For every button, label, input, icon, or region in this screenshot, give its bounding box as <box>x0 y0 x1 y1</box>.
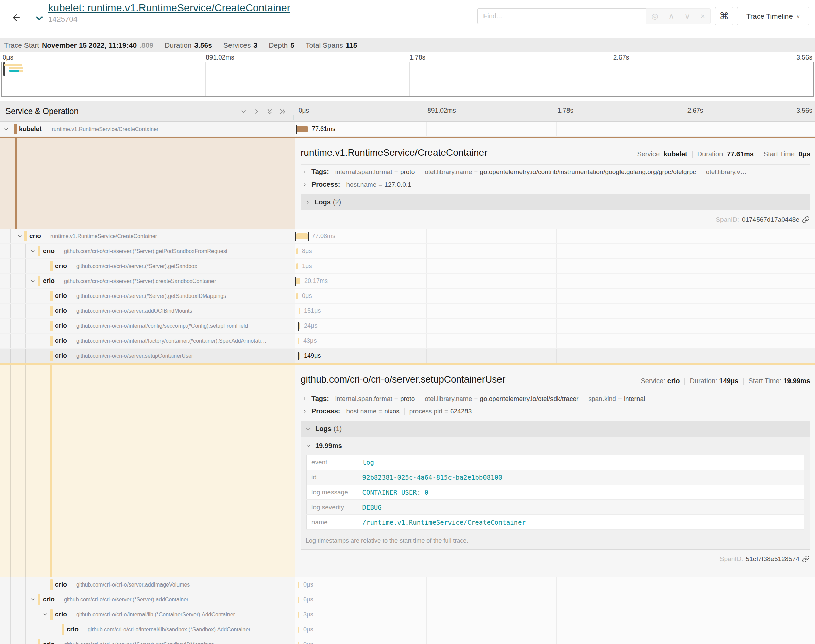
logs-label: Logs <box>315 425 331 433</box>
span-duration-bar[interactable] <box>299 353 300 359</box>
log-field-key: log.severity <box>307 500 358 515</box>
duration-value: 149μs <box>720 377 739 385</box>
find-clear-icon[interactable]: × <box>701 12 705 20</box>
link-icon[interactable] <box>802 555 810 563</box>
tag-value: proto <box>400 168 415 175</box>
span-expander-chevron-down-icon[interactable] <box>30 278 36 284</box>
trace-collapse-toggle[interactable] <box>33 12 46 25</box>
span-row[interactable]: criogithub.com/cri-o/cri-o/server.(*Serv… <box>0 244 815 259</box>
span-duration-bar[interactable] <box>298 338 299 344</box>
span-detail-title: runtime.v1.RuntimeService/CreateContaine… <box>300 147 487 158</box>
span-duration-bar[interactable] <box>298 582 299 588</box>
span-duration-bar[interactable] <box>298 627 299 633</box>
process-accordion[interactable]: Process: host.name=127.0.0.1 <box>300 177 810 190</box>
log-entry-accordion[interactable]: 19.99ms <box>301 437 810 453</box>
tags-accordion[interactable]: Tags: internal.span.format=protootel.lib… <box>300 164 810 177</box>
span-duration-label: 24μs <box>304 322 317 330</box>
span-row[interactable]: criogithub.com/cri-o/cri-o/internal/fact… <box>0 334 815 348</box>
span-duration-label: 77.08ms <box>312 233 335 240</box>
logs-body: 19.99ms eventlogid92b82381-025c-4a64-815… <box>300 437 810 550</box>
tag-item[interactable]: internal.span.format=proto <box>335 395 415 403</box>
expand-all-icon[interactable] <box>279 107 286 116</box>
equals-sign: = <box>378 408 382 415</box>
tag-item[interactable]: otel.library.name=go.opentelemetry.io/co… <box>425 168 696 176</box>
tag-key: internal.span.format <box>335 168 392 175</box>
span-duration-bar[interactable] <box>297 233 308 239</box>
find-input[interactable] <box>477 8 646 24</box>
span-expander-chevron-down-icon[interactable] <box>30 597 36 603</box>
span-duration-bar[interactable] <box>298 642 299 644</box>
panel-body: runtime.v1.RuntimeService/CreateContaine… <box>300 138 810 223</box>
find-next-icon[interactable]: ∨ <box>685 12 690 20</box>
chevron-right-icon <box>302 408 307 415</box>
view-selector-button[interactable]: Trace Timeline ∨ <box>737 7 809 25</box>
link-icon[interactable] <box>802 216 810 223</box>
logs-accordion[interactable]: Logs (2) <box>300 194 810 210</box>
span-row[interactable]: crioruntime.v1.RuntimeService/CreateCont… <box>0 229 815 244</box>
service-name: crio <box>43 641 55 644</box>
span-duration-bar[interactable] <box>298 597 299 603</box>
log-field-row: log.severityDEBUG <box>307 500 804 515</box>
span-duration-bar[interactable] <box>298 612 299 618</box>
tag-item[interactable]: otel.library.name=go.opentelemetry.io/ot… <box>425 395 578 403</box>
log-marker-tick <box>308 232 309 241</box>
tree-guide-line <box>25 637 26 644</box>
service-color-bar <box>38 594 40 605</box>
tag-item[interactable]: internal.span.format=proto <box>335 168 415 176</box>
start-time-label: Start Time: <box>748 377 781 385</box>
expand-one-icon[interactable] <box>253 107 260 116</box>
tag-item[interactable]: span.kind=internal <box>588 395 645 403</box>
process-list: host.name=nixosprocess.pid=624283 <box>346 408 472 415</box>
span-row[interactable]: kubeletruntime.v1.RuntimeService/CreateC… <box>0 122 815 137</box>
span-expander-chevron-down-icon[interactable] <box>30 248 36 254</box>
span-duration-bar[interactable] <box>297 293 298 299</box>
collapse-all-icon[interactable] <box>266 107 273 116</box>
span-expander-chevron-down-icon[interactable] <box>42 612 48 618</box>
tags-accordion[interactable]: Tags: internal.span.format=protootel.lib… <box>300 391 810 404</box>
span-row[interactable]: criogithub.com/cri-o/cri-o/server.(*Serv… <box>0 259 815 274</box>
trace-title-link[interactable]: kubelet: runtime.v1.RuntimeService/Creat… <box>48 2 290 14</box>
span-row[interactable]: criogithub.com/cri-o/cri-o/server.(*Serv… <box>0 274 815 289</box>
tag-item[interactable]: host.name=127.0.0.1 <box>346 181 411 189</box>
find-prev-icon[interactable]: ∧ <box>669 12 674 20</box>
span-expander-chevron-down-icon[interactable] <box>3 126 9 132</box>
tag-item[interactable]: process.pid=624283 <box>409 408 472 415</box>
trace-minimap[interactable] <box>2 62 813 97</box>
service-name: crio <box>55 352 67 359</box>
locate-icon[interactable]: ◎ <box>651 12 658 20</box>
span-row[interactable]: criogithub.com/cri-o/cri-o/internal/lib.… <box>0 607 815 622</box>
collapse-one-icon[interactable] <box>240 107 248 116</box>
span-row[interactable]: criogithub.com/cri-o/cri-o/server.setupC… <box>0 348 815 363</box>
tag-key: process.pid <box>409 408 442 415</box>
span-row[interactable]: criogithub.com/cri-o/cri-o/server.(*Serv… <box>0 289 815 304</box>
span-duration-bar[interactable] <box>297 126 308 132</box>
span-duration-bar[interactable] <box>297 263 298 269</box>
panel-body: github.com/cri-o/cri-o/server.setupConta… <box>300 365 810 563</box>
services-value: 3 <box>253 41 257 49</box>
logs-accordion[interactable]: Logs (1) <box>300 421 810 437</box>
span-row[interactable]: criogithub.com/cri-o/cri-o/server.addIma… <box>0 577 815 592</box>
back-button[interactable] <box>8 9 25 26</box>
process-accordion[interactable]: Process: host.name=nixosprocess.pid=6242… <box>300 404 810 417</box>
span-row[interactable]: criogithub.com/cri-o/cri-o/server.addOCI… <box>0 304 815 319</box>
operation-name: github.com/cri-o/cri-o/internal/config/s… <box>76 323 248 329</box>
duration-label: Duration: <box>697 150 725 158</box>
span-row[interactable]: criogithub.com/cri-o/cri-o/server.(*Serv… <box>0 592 815 607</box>
span-duration-bar[interactable] <box>299 308 300 314</box>
tree-guide-line <box>39 304 39 318</box>
span-duration-bar[interactable] <box>297 248 298 255</box>
tag-key: otel.library.name <box>425 168 472 175</box>
divider <box>404 408 404 415</box>
span-id-label: SpanID: <box>720 555 743 563</box>
span-row[interactable]: criogithub.com/cri-o/cri-o/internal/conf… <box>0 319 815 334</box>
tag-item[interactable]: host.name=nixos <box>346 408 400 415</box>
span-duration-bar[interactable] <box>297 278 300 284</box>
service-color-bar <box>25 231 27 241</box>
keyboard-shortcuts-button[interactable]: ⌘ <box>715 7 734 25</box>
minimap-tick-label: 1.78s <box>410 54 425 61</box>
tag-item[interactable]: otel.library.v… <box>706 168 747 176</box>
span-expander-chevron-down-icon[interactable] <box>17 233 23 239</box>
span-row[interactable]: criogithub.com/cri-o/cri-o/server.(*Serv… <box>0 637 815 644</box>
tag-key: internal.span.format <box>335 395 392 402</box>
span-row[interactable]: criogithub.com/cri-o/cri-o/internal/lib/… <box>0 622 815 637</box>
